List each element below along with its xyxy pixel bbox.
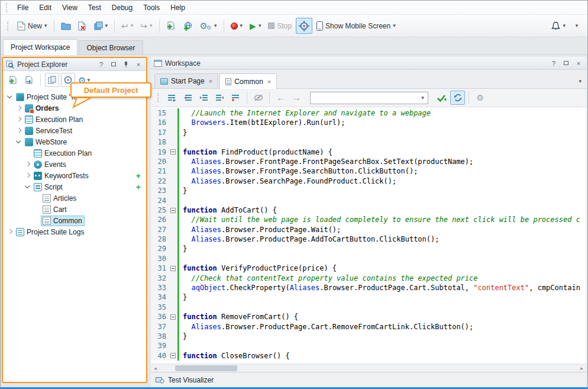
add-web-item-button[interactable]	[180, 18, 196, 34]
goto-line-button[interactable]	[180, 91, 195, 105]
add-child-item-button[interactable]: +	[136, 183, 141, 191]
auto-sync-button[interactable]	[450, 91, 465, 105]
indent-button[interactable]	[196, 91, 211, 105]
expander-icon[interactable]	[23, 160, 32, 169]
menu-item-debug[interactable]: Debug	[106, 2, 138, 14]
scrollbar-thumb[interactable]	[175, 365, 237, 371]
sync-icon	[454, 94, 462, 102]
tree-item-execution-plan[interactable]: Execution Plan	[3, 147, 146, 159]
visualizer-eye-button[interactable]	[251, 91, 266, 105]
expander-icon[interactable]	[14, 115, 23, 124]
project-options-button[interactable]: ⚙ ⚙ ▾	[197, 18, 220, 34]
scroll-right-icon[interactable]: ▸	[577, 365, 586, 371]
menu-item-help[interactable]: Help	[165, 2, 190, 14]
close-tab-icon[interactable]: ×	[209, 78, 212, 85]
tree-item-keywordtests[interactable]: KeywordTests+	[3, 170, 146, 181]
tree-item-webstore[interactable]: WebStore	[3, 136, 146, 147]
code-editor[interactable]: 15 //Launch the Internet Explorer and na…	[151, 107, 586, 364]
code-line: 34}	[151, 292, 586, 302]
nav-back-button[interactable]: ←	[273, 91, 288, 105]
outdent-button[interactable]	[212, 91, 227, 105]
tab-object-browser[interactable]: Object Browser	[79, 40, 143, 54]
expander-icon[interactable]	[14, 137, 23, 146]
line-number: 30	[151, 254, 169, 263]
help-button[interactable]: ?	[96, 60, 106, 69]
undo-button[interactable]: ↩ ▾	[118, 18, 136, 34]
expander-icon[interactable]	[23, 171, 32, 180]
declaration-combo[interactable]: ▾	[310, 92, 428, 104]
comment-button[interactable]	[228, 91, 243, 105]
float-button[interactable]	[561, 59, 571, 68]
float-button[interactable]	[109, 60, 118, 69]
help-button[interactable]: ?	[549, 59, 558, 68]
fold-toggle-icon[interactable]	[170, 149, 176, 155]
tree-item-cart[interactable]: Cart	[3, 204, 146, 215]
add-child-item-button[interactable]: +	[136, 172, 141, 180]
code-text: //Wait until the web page is loaded comp…	[179, 215, 580, 224]
close-panel-button[interactable]: ×	[134, 60, 143, 69]
menu-item-file[interactable]: File	[12, 2, 34, 14]
menu-item-tools[interactable]: Tools	[138, 2, 165, 14]
expander-icon[interactable]	[14, 104, 23, 112]
routine-list-button[interactable]	[164, 91, 179, 105]
object-spy-button[interactable]	[296, 18, 312, 34]
nav-forward-button[interactable]: →	[289, 91, 304, 105]
toolbar-overflow-button[interactable]: ▾	[570, 18, 584, 34]
tree-item-body: Execution Plan	[23, 114, 85, 125]
close-panel-button[interactable]: ×	[574, 59, 583, 68]
tree-item-script[interactable]: Script+	[3, 181, 146, 192]
unit-icon	[225, 78, 231, 85]
notifications-button[interactable]: ▾	[548, 18, 568, 34]
code-line: 24	[151, 196, 586, 205]
tree-item-execution-plan[interactable]: Execution Plan	[3, 114, 146, 125]
redo-button[interactable]: ↪ ▾	[137, 18, 155, 34]
tree-item-project-suite-logs[interactable]: Project Suite Logs	[3, 226, 146, 237]
test-visualizer-bar[interactable]: Test Visualizer	[151, 372, 586, 387]
auto-hide-button[interactable]	[121, 60, 131, 69]
expander-icon[interactable]	[23, 182, 32, 191]
close-tab-icon[interactable]: ×	[267, 78, 271, 85]
run-test-button[interactable]: ▶ ▾	[247, 18, 264, 34]
fold-toggle-icon[interactable]	[170, 266, 176, 271]
show-mobile-screen-button[interactable]: Show Mobile Screen ▾	[314, 18, 399, 34]
expander-icon[interactable]	[5, 92, 14, 101]
tab-project-workspace[interactable]: Project Workspace	[3, 39, 77, 55]
chevron-down-icon[interactable]: ▾	[418, 92, 428, 104]
open-button[interactable]	[58, 18, 74, 34]
fold-toggle-icon[interactable]	[170, 314, 176, 320]
main-toolbar: New ▾ ▾ ↩ ▾ ↪ ▾ ⚙ ⚙	[1, 15, 587, 37]
tree-item-articles[interactable]: Articles	[3, 192, 146, 204]
tab-list-button[interactable]: ▾	[579, 78, 581, 84]
add-existing-item-button[interactable]	[22, 73, 36, 87]
toolbar-grip[interactable]	[6, 3, 9, 12]
new-button[interactable]: New ▾	[14, 18, 50, 34]
record-test-button[interactable]: ▾	[228, 18, 246, 34]
toolbar-grip[interactable]	[7, 21, 10, 31]
code-line: 31function VerifyProductPrice(price) {	[151, 263, 586, 273]
expander-icon[interactable]	[5, 227, 14, 236]
editor-tab-common[interactable]: Common×	[219, 73, 277, 89]
editor-settings-button[interactable]: ⚙	[473, 91, 487, 105]
menu-item-test[interactable]: Test	[83, 2, 106, 14]
expander-icon[interactable]	[14, 126, 23, 135]
menu-item-view[interactable]: View	[57, 2, 83, 14]
syntax-check-button[interactable]	[434, 91, 449, 105]
toolbar-grip[interactable]	[157, 93, 160, 102]
menu-item-edit[interactable]: Edit	[34, 2, 57, 14]
close-file-button[interactable]	[75, 18, 90, 34]
horizontal-scrollbar[interactable]: ◂ ▸	[151, 364, 586, 372]
save-all-button[interactable]: ▾	[91, 18, 111, 34]
project-items-button[interactable]	[45, 73, 59, 87]
stop-button[interactable]: Stop	[265, 18, 295, 34]
tree-item-common[interactable]: Common	[3, 215, 146, 226]
editor-tab-start-page[interactable]: Start Page×	[154, 73, 218, 88]
add-new-item-button[interactable]	[6, 73, 20, 87]
tree-item-servicetest[interactable]: ServiceTest	[3, 125, 146, 136]
add-item-button[interactable]	[163, 18, 179, 34]
fold-toggle-icon[interactable]	[170, 353, 176, 358]
tree-item-events[interactable]: Events	[3, 159, 146, 170]
fold-column	[169, 351, 177, 361]
code-line: 39	[151, 341, 586, 351]
fold-toggle-icon[interactable]	[170, 208, 176, 213]
scroll-left-icon[interactable]: ◂	[151, 365, 160, 371]
